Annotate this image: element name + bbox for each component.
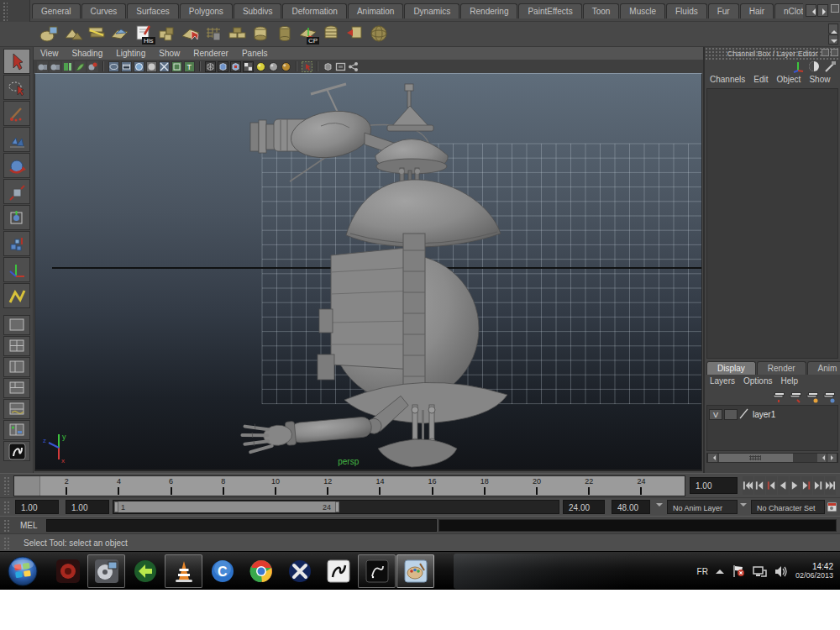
shelf-tab-dynamics[interactable]: Dynamics bbox=[404, 3, 459, 18]
sketch-app[interactable] bbox=[358, 554, 396, 588]
smooth-shade-mode-icon[interactable] bbox=[218, 61, 228, 72]
poly-cone-pair-shelf-icon[interactable] bbox=[62, 23, 85, 45]
volume-icon[interactable] bbox=[774, 565, 788, 578]
camera-settings-icon[interactable] bbox=[50, 61, 60, 72]
shelf-tab-surfaces[interactable]: Surfaces bbox=[127, 3, 178, 18]
hypershade-layout-button[interactable] bbox=[3, 420, 30, 440]
animation-start-field[interactable]: 1.00 bbox=[15, 500, 59, 514]
shelf-tab-scroll-left-icon[interactable] bbox=[806, 4, 816, 17]
safe-title-icon[interactable]: T bbox=[184, 61, 195, 72]
gate-mask-icon[interactable] bbox=[146, 61, 157, 72]
help-line-handle[interactable] bbox=[3, 537, 9, 549]
channel-box-menu-channels[interactable]: Channels bbox=[710, 75, 745, 87]
wire-sphere-shelf-icon[interactable] bbox=[368, 23, 391, 45]
scroll-left-icon[interactable] bbox=[707, 454, 717, 462]
single-pane-layout-button[interactable] bbox=[3, 315, 30, 335]
manipulator-icon[interactable] bbox=[792, 60, 805, 75]
safe-action-icon[interactable] bbox=[171, 61, 182, 72]
history-shelf-icon[interactable]: His bbox=[133, 23, 155, 45]
drum-shelf-icon[interactable] bbox=[321, 23, 344, 45]
plane-sheet-shelf-icon[interactable] bbox=[109, 23, 132, 45]
flat-boxes-shelf-icon[interactable] bbox=[227, 23, 249, 45]
zbrush-app[interactable] bbox=[319, 554, 357, 588]
soft-mod-tool[interactable] bbox=[3, 231, 30, 256]
scroll-left2-icon[interactable] bbox=[817, 454, 827, 462]
light-orange-icon[interactable] bbox=[281, 61, 291, 72]
scroll-right-icon[interactable] bbox=[827, 454, 837, 462]
range-slider-handle[interactable] bbox=[3, 501, 9, 514]
field-chart-icon[interactable] bbox=[159, 61, 170, 72]
textured-mode-icon[interactable] bbox=[230, 61, 241, 72]
photo-viewer-app[interactable] bbox=[87, 554, 125, 588]
play-forwards-button[interactable] bbox=[790, 476, 801, 495]
viewport-menu-view[interactable]: View bbox=[40, 49, 59, 58]
universal-manipulator-tool[interactable] bbox=[3, 205, 30, 230]
layer-menu-help[interactable]: Help bbox=[780, 376, 798, 386]
viewport-menu-shading[interactable]: Shading bbox=[72, 49, 103, 58]
shelf-tab-polygons[interactable]: Polygons bbox=[180, 3, 233, 18]
layer-row[interactable]: Vlayer1 bbox=[707, 406, 837, 423]
command-line-handle[interactable] bbox=[3, 519, 9, 532]
language-indicator[interactable]: FR bbox=[697, 567, 708, 576]
command-line-label[interactable]: MEL bbox=[20, 521, 38, 530]
auto-keyframe-icon[interactable] bbox=[827, 501, 838, 512]
snap-camera-icon[interactable] bbox=[37, 61, 48, 72]
viewport-menu-show[interactable]: Show bbox=[159, 49, 180, 58]
move-tool[interactable] bbox=[3, 127, 30, 152]
network-icon[interactable] bbox=[753, 565, 767, 578]
plane-cursor-shelf-icon[interactable] bbox=[180, 23, 202, 45]
shelf-spin-down-icon[interactable] bbox=[828, 34, 838, 45]
isolate-select-icon[interactable] bbox=[302, 61, 312, 72]
paint-select-tool[interactable] bbox=[3, 101, 30, 126]
rotate-tool[interactable] bbox=[3, 153, 30, 178]
character-set-select[interactable]: No Character Set bbox=[751, 500, 825, 514]
playback-start-field[interactable]: 1.00 bbox=[66, 500, 109, 514]
last-tool-used[interactable] bbox=[3, 283, 30, 308]
dock-icon[interactable] bbox=[822, 49, 829, 56]
layer-tab-anim[interactable]: Anim bbox=[807, 361, 840, 375]
stacked-panes-layout-button[interactable] bbox=[3, 378, 30, 398]
grid-display-icon[interactable] bbox=[108, 61, 119, 72]
image-plane-icon[interactable] bbox=[75, 61, 86, 72]
select-tool[interactable] bbox=[3, 49, 30, 74]
command-line-output[interactable] bbox=[438, 519, 837, 532]
range-slider-bar[interactable]: 1 24 bbox=[114, 501, 339, 512]
bookmark-icon[interactable] bbox=[62, 61, 73, 72]
media-player-app[interactable] bbox=[49, 554, 87, 588]
shelf-tab-scroll-right-icon[interactable] bbox=[817, 4, 828, 17]
shelf-tab-deformation[interactable]: Deformation bbox=[282, 3, 346, 18]
layer-tab-display[interactable]: Display bbox=[706, 361, 756, 375]
command-line-input[interactable] bbox=[46, 519, 437, 532]
sculpt-brush-button[interactable] bbox=[3, 441, 30, 461]
taskbar-clock[interactable]: 14:42 02/06/2013 bbox=[795, 562, 837, 580]
current-time-field[interactable]: 1.00 bbox=[690, 477, 738, 494]
chrome-app[interactable] bbox=[242, 554, 280, 588]
go-to-start-button[interactable] bbox=[743, 476, 753, 495]
drum-export-shelf-icon[interactable] bbox=[344, 23, 367, 45]
anim-layer-dropdown-icon[interactable] bbox=[656, 503, 663, 510]
range-end-handle[interactable] bbox=[335, 501, 339, 512]
resolution-gate-icon[interactable] bbox=[134, 61, 144, 72]
wireframe-mode-icon[interactable] bbox=[205, 61, 216, 72]
start-button[interactable] bbox=[7, 555, 39, 587]
maya-app[interactable] bbox=[396, 554, 434, 588]
layer-tab-render[interactable]: Render bbox=[757, 361, 806, 375]
four-pane-layout-button[interactable] bbox=[3, 336, 30, 356]
scale-tool[interactable] bbox=[3, 179, 30, 204]
time-slider[interactable]: 24681012141618202224 bbox=[13, 475, 685, 496]
grid-bucket-shelf-icon[interactable] bbox=[203, 23, 226, 45]
film-gate-icon[interactable] bbox=[121, 61, 132, 72]
step-forward-frame-button[interactable] bbox=[813, 476, 824, 495]
channel-list-area[interactable] bbox=[706, 88, 838, 359]
cube-group-shelf-icon[interactable] bbox=[156, 23, 179, 45]
shelf-tab-toon[interactable]: Toon bbox=[583, 3, 620, 18]
sync-app[interactable]: C bbox=[203, 554, 241, 588]
hammer-icon[interactable] bbox=[824, 60, 837, 75]
shelf-tab-ncloth[interactable]: nCloth bbox=[774, 3, 803, 18]
channel-box-menu-show[interactable]: Show bbox=[809, 75, 830, 87]
xray-mode-icon[interactable] bbox=[323, 61, 333, 72]
play-backwards-button[interactable] bbox=[778, 476, 789, 495]
channel-box-menu-object[interactable]: Object bbox=[777, 75, 801, 87]
layer-menu-options[interactable]: Options bbox=[743, 376, 772, 386]
viewport-menu-panels[interactable]: Panels bbox=[242, 49, 268, 58]
